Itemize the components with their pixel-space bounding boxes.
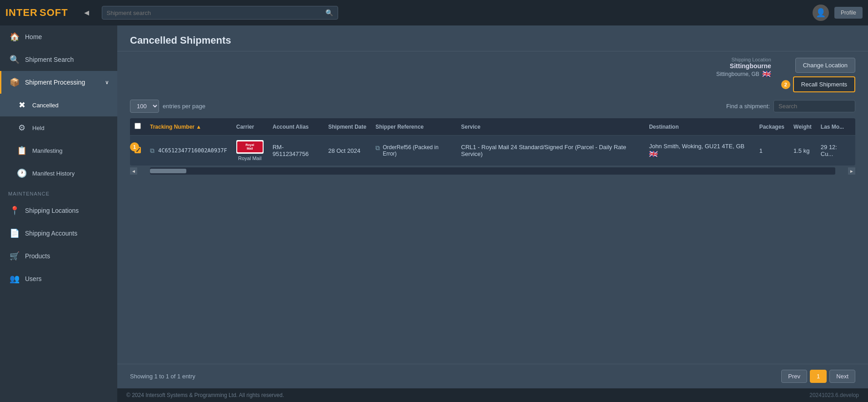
page-title: Cancelled Shipments <box>117 25 868 51</box>
select-all-checkbox[interactable] <box>135 123 141 129</box>
col-header-service[interactable]: Service <box>457 118 645 136</box>
last-mod-cell: 29 12: Cu... <box>816 136 855 166</box>
logo: INTERSOFT <box>5 7 68 19</box>
pagination-controls: Prev 1 Next <box>781 370 855 383</box>
footer-copyright: © 2024 Intersoft Systems & Programming L… <box>126 392 284 398</box>
service-cell: CRL1 - Royal Mail 24 Standard/Signed For… <box>457 136 645 166</box>
sidebar-item-label-products: Products <box>25 252 50 260</box>
sidebar-item-label-search: Shipment Search <box>25 56 74 63</box>
packages-cell: 1 <box>755 136 789 166</box>
sidebar-collapse-button[interactable]: ◄ <box>79 6 95 20</box>
sidebar-item-products[interactable]: 🛒 Products <box>0 245 117 267</box>
entries-control: 100 entries per page <box>130 100 205 113</box>
recall-shipments-button[interactable]: Recall Shipments <box>793 76 855 92</box>
sidebar-item-manifesting[interactable]: 📋 Manifesting <box>0 139 117 162</box>
col-header-carrier[interactable]: Carrier <box>232 118 268 136</box>
sidebar-item-label-held: Held <box>32 125 45 131</box>
sidebar-item-label-locations: Shipping Locations <box>25 207 79 214</box>
sidebar-item-label-accounts: Shipping Accounts <box>25 230 77 237</box>
table-row: 1 ⧉ 4C6512347716002A0937F <box>130 136 855 166</box>
sidebar-item-label-manifest-history: Manifest History <box>32 170 75 177</box>
col-header-date[interactable]: Shipment Date <box>324 118 371 136</box>
logo-text-inter: INTER <box>5 7 38 19</box>
location-name: Sittingbourne <box>716 62 771 70</box>
sidebar-item-shipment-search[interactable]: 🔍 Shipment Search <box>0 48 117 71</box>
table-area: 100 entries per page Find a shipment: Tr… <box>117 100 868 364</box>
content-area: Cancelled Shipments Shipping Location Si… <box>117 25 868 402</box>
sidebar-item-label-home: Home <box>25 33 42 40</box>
manifesting-icon: 📋 <box>17 146 27 156</box>
search-input[interactable] <box>107 10 322 16</box>
sidebar-item-shipment-processing[interactable]: 📦 Shipment Processing ∨ <box>0 71 117 94</box>
col-header-last-mod[interactable]: Las Mo... <box>816 118 855 136</box>
page-1-button[interactable]: 1 <box>810 370 827 383</box>
royal-mail-logo: RoyalMail <box>236 140 264 154</box>
sidebar-item-label-manifesting: Manifesting <box>32 147 62 154</box>
date-cell: 28 Oct 2024 <box>324 136 371 166</box>
home-icon: 🏠 <box>10 32 20 42</box>
topbar: INTERSOFT ◄ 🔍 👤 Profile <box>0 0 868 25</box>
col-header-account[interactable]: Account Alias <box>268 118 324 136</box>
prev-page-button[interactable]: Prev <box>781 370 807 383</box>
accounts-icon: 📄 <box>10 228 20 238</box>
next-page-button[interactable]: Next <box>829 370 855 383</box>
shipper-ref-text: OrderRef56 (Packed in Error) <box>383 144 452 157</box>
select-all-header[interactable] <box>130 118 145 136</box>
scroll-left-button[interactable]: ◄ <box>130 167 137 175</box>
entries-label: entries per page <box>163 103 205 110</box>
find-shipment-label: Find a shipment: <box>726 103 770 110</box>
sidebar-item-manifest-history[interactable]: 🕐 Manifest History <box>0 162 117 185</box>
location-sub-text: Sittingbourne, GB <box>716 71 759 77</box>
location-label: Shipping Location <box>716 57 771 62</box>
search-icon: 🔍 <box>10 55 20 65</box>
location-icon: 📍 <box>10 206 20 216</box>
history-icon: 🕐 <box>17 168 27 178</box>
col-header-shipper-ref[interactable]: Shipper Reference <box>371 118 456 136</box>
maintenance-section-label: MAINTENANCE <box>0 185 117 199</box>
col-header-destination[interactable]: Destination <box>644 118 754 136</box>
sidebar-item-cancelled[interactable]: ✖ Cancelled <box>0 94 117 116</box>
sidebar-item-held[interactable]: ⚙ Held <box>0 116 117 139</box>
gb-flag-icon: 🇬🇧 <box>762 70 771 78</box>
scroll-right-button[interactable]: ► <box>848 167 855 175</box>
sidebar-item-label-users: Users <box>25 275 42 282</box>
entries-per-page-select[interactable]: 100 <box>130 100 159 113</box>
change-location-button[interactable]: Change Location <box>795 58 855 73</box>
destination-text: John Smith, Woking, GU21 4TE, GB <box>649 143 744 150</box>
search-bar: 🔍 <box>102 6 338 20</box>
users-icon: 👥 <box>10 274 20 284</box>
products-icon: 🛒 <box>10 251 20 261</box>
shipments-table: Tracking Number Carrier Account Alias Sh… <box>130 118 855 166</box>
col-header-tracking[interactable]: Tracking Number <box>145 118 232 136</box>
sidebar: 🏠 Home 🔍 Shipment Search 📦 Shipment Proc… <box>0 25 117 402</box>
sidebar-item-shipping-accounts[interactable]: 📄 Shipping Accounts <box>0 222 117 245</box>
find-shipment-input[interactable] <box>773 100 855 112</box>
user-profile-button[interactable]: Profile <box>834 7 863 19</box>
table-controls: 100 entries per page Find a shipment: <box>130 100 855 113</box>
chevron-down-icon: ∨ <box>105 79 109 85</box>
avatar: 👤 <box>813 5 829 21</box>
location-sub: Sittingbourne, GB 🇬🇧 <box>716 70 771 78</box>
search-icon: 🔍 <box>325 9 333 16</box>
horizontal-scrollbar[interactable] <box>150 167 835 175</box>
row-badge: 1 <box>130 142 139 151</box>
showing-text: Showing 1 to 1 of 1 entry <box>130 373 195 380</box>
tracking-cell: ⧉ 4C6512347716002A0937F <box>145 136 232 166</box>
copy-icon[interactable]: ⧉ <box>150 147 155 155</box>
scroll-thumb <box>150 169 186 173</box>
col-header-weight[interactable]: Weight <box>789 118 816 136</box>
shipment-processing-icon: 📦 <box>10 77 20 87</box>
carrier-name: Royal Mail <box>238 156 261 161</box>
recall-badge: 2 <box>781 80 790 89</box>
row-checkbox-cell[interactable]: 1 <box>130 136 145 166</box>
col-header-packages[interactable]: Packages <box>755 118 789 136</box>
sidebar-item-label-processing: Shipment Processing <box>25 79 85 86</box>
sidebar-item-users[interactable]: 👥 Users <box>0 267 117 290</box>
sidebar-item-shipping-locations[interactable]: 📍 Shipping Locations <box>0 199 117 222</box>
carrier-cell: RoyalMail Royal Mail <box>232 136 268 166</box>
topbar-right: 👤 Profile <box>813 5 863 21</box>
tracking-number: 4C6512347716002A0937F <box>158 147 227 154</box>
sidebar-item-home[interactable]: 🏠 Home <box>0 25 117 48</box>
location-info: Shipping Location Sittingbourne Sittingb… <box>716 57 771 78</box>
find-shipment-control: Find a shipment: <box>726 100 855 112</box>
